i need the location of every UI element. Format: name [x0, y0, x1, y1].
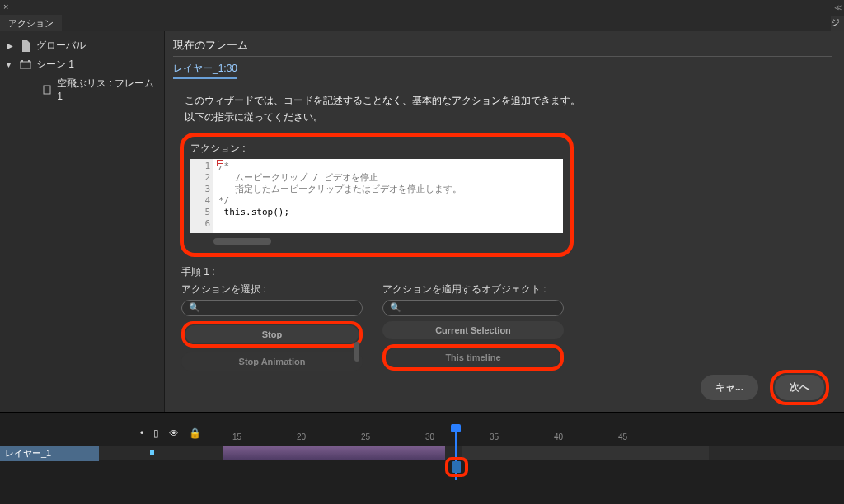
ruler-tick: 35 — [490, 432, 499, 441]
select-object-title: アクションを適用するオブジェクト : — [382, 282, 564, 296]
wizard-description: このウィザードでは、コードを記述することなく、基本的なアクションを追加できます。… — [185, 92, 832, 126]
tree-label-frame: 空飛ぶリス : フレーム 1 — [57, 77, 157, 102]
code-gutter: 123456 — [190, 159, 213, 233]
timeline-dot-icon[interactable]: • — [140, 427, 143, 439]
tree-item-global[interactable]: ▶ グローバル — [3, 36, 161, 55]
svg-rect-3 — [44, 86, 50, 94]
tree-label-global: グローバル — [36, 39, 86, 53]
option-current-selection[interactable]: Current Selection — [382, 321, 564, 339]
option-stop[interactable]: Stop — [185, 325, 359, 343]
close-icon[interactable]: × — [3, 2, 8, 12]
wizard-line-2: 以下の指示に従ってください。 — [185, 109, 832, 125]
ruler-tick: 30 — [425, 432, 434, 441]
lock-icon[interactable]: 🔒 — [189, 427, 201, 439]
panel-tab-actions[interactable]: アクション — [0, 15, 62, 32]
wizard-line-1: このウィザードでは、コードを記述することなく、基本的なアクションを追加できます。 — [185, 92, 832, 109]
tree-label-scene: シーン 1 — [36, 58, 74, 72]
frame-icon — [41, 85, 52, 95]
option-this-timeline-highlight: This timeline — [382, 344, 564, 371]
cancel-button[interactable]: キャ... — [701, 375, 758, 400]
timeline-ruler[interactable]: 15 20 25 30 35 40 45 — [214, 432, 844, 446]
playhead-handle[interactable] — [451, 424, 461, 432]
divider — [173, 56, 832, 57]
timeline-track[interactable] — [214, 446, 844, 460]
tree-item-scene[interactable]: ▾ シーン 1 — [3, 55, 161, 74]
code-scrollbar[interactable] — [213, 238, 271, 245]
option-stop-highlight: Stop — [181, 321, 363, 348]
chevron-down-icon: ▾ — [7, 60, 15, 69]
svg-rect-0 — [20, 62, 31, 68]
option-stop-animation[interactable]: Stop Animation — [181, 352, 363, 371]
timeline-layer-controls[interactable] — [99, 446, 214, 460]
content-title: 現在のフレーム — [173, 36, 832, 56]
tree-item-frame[interactable]: 空飛ぶリス : フレーム 1 — [3, 74, 161, 105]
document-icon — [20, 40, 31, 52]
select-action-title: アクションを選択 : — [181, 282, 363, 296]
search-object-input[interactable]: 🔍 — [382, 300, 564, 316]
option-this-timeline[interactable]: This timeline — [387, 348, 560, 366]
action-list-scrollbar[interactable] — [354, 342, 359, 362]
svg-rect-1 — [21, 60, 23, 62]
ruler-tick: 45 — [618, 432, 627, 441]
marker-icon[interactable]: ▯ — [153, 427, 159, 439]
search-action-input[interactable]: 🔍 — [181, 300, 363, 316]
timeline-layer-row[interactable]: レイヤー_1 — [0, 446, 844, 460]
ruler-tick: 40 — [554, 432, 563, 441]
action-code-box: アクション : 123456 /* ムービークリップ / ビデオを停止 指定した… — [180, 133, 574, 257]
code-body: /* ムービークリップ / ビデオを停止 指定したムービークリップまたはビデオを… — [213, 159, 563, 233]
step-label: 手順 1 : — [181, 265, 832, 279]
panel-menu-icon[interactable]: << — [834, 3, 839, 12]
layer-label[interactable]: レイヤー_1:30 — [173, 62, 237, 79]
search-icon: 🔍 — [390, 302, 401, 313]
timeline-layer-name[interactable]: レイヤー_1 — [0, 446, 99, 461]
keyframe-marker[interactable] — [452, 461, 461, 473]
search-icon: 🔍 — [189, 302, 200, 313]
keyframe-highlight — [445, 457, 468, 477]
ruler-tick: 20 — [297, 432, 306, 441]
actions-tree: ▶ グローバル ▾ シーン 1 空飛ぶリス : フレーム 1 — [0, 31, 165, 412]
ruler-tick: 15 — [232, 432, 241, 441]
code-editor[interactable]: 123456 /* ムービークリップ / ビデオを停止 指定したムービークリップ… — [190, 159, 563, 233]
action-label: アクション : — [190, 142, 563, 156]
svg-rect-2 — [28, 60, 30, 62]
next-button[interactable]: 次へ — [775, 375, 824, 400]
ruler-tick: 25 — [361, 432, 370, 441]
scene-icon — [20, 60, 31, 70]
visibility-icon[interactable]: 👁 — [169, 427, 179, 439]
code-fold-icon[interactable] — [217, 160, 223, 166]
next-button-highlight: 次へ — [770, 370, 829, 405]
timeline-panel: • ▯ 👁 🔒 15 20 25 30 35 40 45 レイヤー_1 — [0, 412, 844, 504]
chevron-right-icon: ▶ — [7, 41, 15, 50]
